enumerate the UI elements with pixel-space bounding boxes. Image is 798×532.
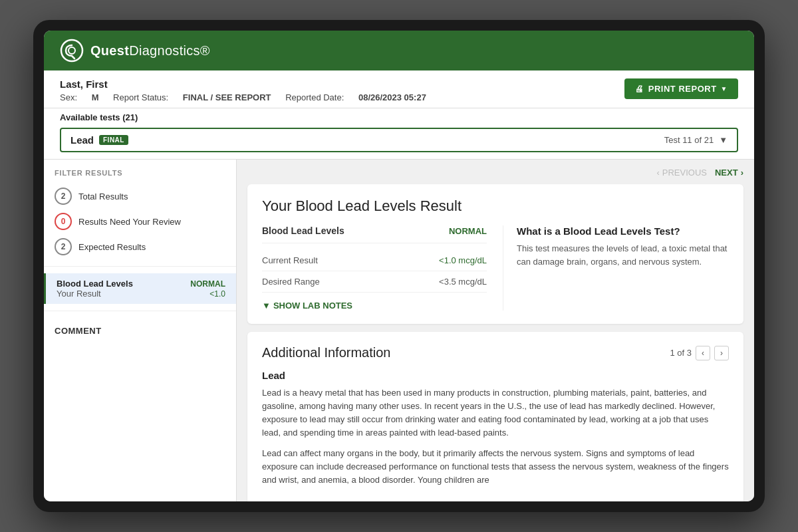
info-panel-text: This test measures the levels of lead, a…: [517, 242, 729, 268]
svg-point-0: [61, 40, 82, 61]
pagination-controls: 1 of 3 ‹ ›: [670, 346, 729, 360]
nav-row: ‹ PREVIOUS NEXT ›: [247, 168, 743, 178]
pagination-label: 1 of 3: [670, 348, 692, 358]
browser-window: QuestDiagnostics® Last, First Sex: M Rep…: [44, 31, 754, 501]
test-item-row: Blood Lead Levels NORMAL: [57, 279, 225, 289]
device-frame: QuestDiagnostics® Last, First Sex: M Rep…: [33, 20, 765, 512]
test-item-status: NORMAL: [190, 279, 225, 289]
previous-button[interactable]: ‹ PREVIOUS: [656, 168, 707, 178]
tests-bar: Available tests (21) Lead FINAL Test 11 …: [44, 108, 754, 160]
app-header: QuestDiagnostics®: [44, 31, 754, 70]
svg-point-1: [68, 47, 75, 54]
sidebar-divider: [44, 266, 236, 267]
additional-info-card: Additional Information 1 of 3 ‹ › Lead L…: [247, 332, 743, 501]
chevron-down-small-icon: ▼: [262, 301, 271, 311]
test-selector-right: Test 11 of 21 ▼: [664, 135, 728, 145]
logo-text: QuestDiagnostics®: [90, 43, 210, 59]
result-table: Blood Lead Levels NORMAL Current Result …: [262, 225, 487, 311]
total-results-label: Total Results: [78, 192, 128, 201]
result-card-title: Your Blood Lead Levels Result: [262, 198, 729, 215]
print-report-button[interactable]: 🖨 PRINT REPORT ▼: [624, 78, 738, 99]
comment-section: COMMENT: [44, 318, 236, 344]
result-card-body: Blood Lead Levels NORMAL Current Result …: [262, 225, 729, 311]
patient-meta: Sex: M Report Status: FINAL / SEE REPORT…: [60, 92, 438, 102]
desired-range-label: Desired Range: [262, 277, 320, 287]
printer-icon: 🖨: [635, 84, 644, 94]
total-results-badge: 2: [55, 188, 72, 205]
report-status-field: Report Status: FINAL / SEE REPORT: [113, 92, 273, 102]
review-results-badge: 0: [55, 213, 72, 230]
next-button[interactable]: NEXT ›: [715, 168, 743, 178]
additional-paragraph-1: Lead is a heavy metal that has been used…: [262, 386, 729, 440]
test-item-name: Blood Lead Levels: [57, 279, 133, 289]
page-next-button[interactable]: ›: [714, 346, 729, 360]
test-item-result-value: <1.0: [209, 289, 225, 299]
test-selector-left: Lead FINAL: [70, 134, 128, 146]
filter-total-results[interactable]: 2 Total Results: [44, 184, 236, 209]
sidebar-divider-2: [44, 311, 236, 311]
patient-info: Last, First Sex: M Report Status: FINAL …: [60, 78, 438, 102]
available-tests-label: Available tests (21): [60, 112, 738, 122]
sidebar: FILTER RESULTS 2 Total Results 0 Results…: [44, 160, 237, 501]
test-item-result-row: Your Result <1.0: [57, 289, 225, 299]
filter-expected-results[interactable]: 2 Expected Results: [44, 234, 236, 259]
test-selector[interactable]: Lead FINAL Test 11 of 21 ▼: [60, 128, 738, 152]
comment-label: COMMENT: [55, 326, 225, 336]
dropdown-chevron-icon: ▼: [719, 135, 728, 145]
chevron-right-icon: ›: [741, 168, 743, 178]
current-result-value: <1.0 mcg/dL: [439, 255, 487, 265]
expected-results-label: Expected Results: [78, 242, 146, 252]
reported-date-field: Reported Date: 08/26/2023 05:27: [285, 92, 426, 102]
desired-range-value: <3.5 mcg/dL: [439, 277, 487, 287]
quest-logo-icon: [60, 39, 84, 63]
result-row-current: Current Result <1.0 mcg/dL: [262, 250, 487, 271]
additional-card-header: Additional Information 1 of 3 ‹ ›: [262, 345, 729, 360]
info-panel: What is a Blood Lead Levels Test? This t…: [503, 225, 729, 311]
result-table-header-name: Blood Lead Levels: [262, 225, 344, 236]
chevron-down-icon: ▼: [721, 85, 728, 92]
result-table-header: Blood Lead Levels NORMAL: [262, 225, 487, 243]
patient-bar: Last, First Sex: M Report Status: FINAL …: [44, 70, 754, 108]
page-prev-button[interactable]: ‹: [696, 346, 710, 360]
additional-subtitle: Lead: [262, 370, 729, 381]
chevron-left-icon: ‹: [656, 168, 659, 178]
additional-card-title: Additional Information: [262, 345, 390, 360]
show-lab-notes-button[interactable]: ▼ SHOW LAB NOTES: [262, 301, 352, 311]
review-results-label: Results Need Your Review: [78, 217, 181, 227]
expected-results-badge: 2: [55, 238, 72, 255]
result-row-desired: Desired Range <3.5 mcg/dL: [262, 271, 487, 293]
info-panel-title: What is a Blood Lead Levels Test?: [517, 225, 729, 237]
filter-review-results[interactable]: 0 Results Need Your Review: [44, 209, 236, 234]
filter-results-label: FILTER RESULTS: [44, 169, 236, 184]
additional-paragraph-2: Lead can affect many organs in the body,…: [262, 447, 729, 487]
current-result-label: Current Result: [262, 255, 318, 265]
logo-area: QuestDiagnostics®: [60, 39, 210, 63]
test-counter: Test 11 of 21: [664, 135, 714, 145]
patient-name: Last, First: [60, 78, 438, 90]
sex-field: Sex: M: [60, 92, 101, 102]
test-item-subname: Your Result: [57, 289, 101, 299]
current-test-name: Lead: [70, 134, 94, 146]
result-card: Your Blood Lead Levels Result Blood Lead…: [247, 184, 743, 324]
test-item-blood-lead[interactable]: Blood Lead Levels NORMAL Your Result <1.…: [44, 273, 236, 304]
right-panel: ‹ PREVIOUS NEXT › Your Blood Lead Levels…: [237, 160, 754, 501]
main-content: FILTER RESULTS 2 Total Results 0 Results…: [44, 160, 754, 501]
final-badge: FINAL: [99, 135, 128, 145]
result-table-header-status: NORMAL: [449, 226, 487, 236]
